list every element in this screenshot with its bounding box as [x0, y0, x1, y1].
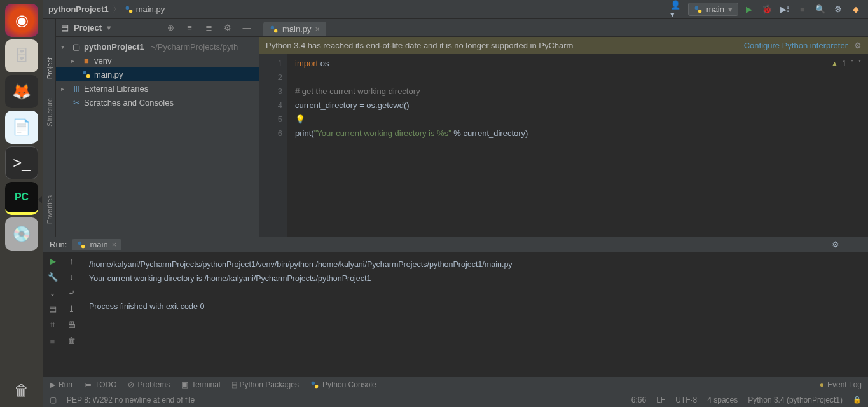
dock-ubuntu-icon[interactable]: ◉ — [5, 4, 38, 37]
svg-rect-6 — [271, 25, 274, 29]
hide-run-icon[interactable]: — — [848, 238, 862, 252]
hide-panel-icon[interactable]: — — [240, 21, 254, 35]
intention-bulb-icon[interactable]: 💡 — [295, 114, 305, 124]
sidebar-tab-favorites[interactable]: Favorites — [46, 195, 53, 224]
line-number: 3 — [259, 85, 282, 99]
pin-icon[interactable]: ⌗ — [50, 320, 55, 330]
run-console-output[interactable]: /home/kalyani/PycharmProjects/pythonProj… — [81, 252, 868, 376]
problems-icon: ⊘ — [128, 380, 134, 389]
coverage-button[interactable]: ▶⁞ — [778, 3, 792, 17]
tool-label: Python Console — [322, 380, 376, 389]
settings-gear-icon[interactable]: ⚙ — [831, 3, 845, 17]
banner-message: Python 3.4 has reached its end-of-life d… — [266, 41, 573, 50]
lock-icon[interactable]: 🔒 — [853, 396, 862, 404]
tool-event-log[interactable]: ●Event Log — [820, 380, 862, 389]
print-icon[interactable]: 🖶 — [67, 320, 76, 329]
trash-output-icon[interactable]: 🗑 — [67, 336, 76, 345]
tree-item-external-libs[interactable]: ▸ ⫼ External Libraries — [56, 81, 259, 95]
code-line: current_directory = os.getcwd() — [295, 100, 410, 110]
indent-setting[interactable]: 4 spaces — [707, 396, 738, 404]
run-tab[interactable]: main × — [72, 239, 121, 250]
tool-run[interactable]: ▶Run — [50, 380, 72, 389]
add-user-icon[interactable]: 👤▾ — [670, 3, 684, 17]
ide-toolbox-icon[interactable]: ◆ — [849, 3, 863, 17]
next-highlight-icon[interactable]: ˅ — [858, 57, 862, 71]
down-icon[interactable]: ⇓ — [49, 288, 56, 298]
configure-interpreter-link[interactable]: Configure Python interpreter — [744, 41, 848, 50]
layout-icon[interactable]: ▤ — [49, 304, 57, 314]
dock-trash-icon[interactable]: 🗑 — [5, 374, 38, 407]
breadcrumb-separator-icon: 〉 — [113, 4, 121, 15]
svg-rect-3 — [698, 10, 701, 13]
tool-python-packages[interactable]: ⌸Python Packages — [232, 380, 299, 389]
code-comment: # get the current working directory — [295, 86, 420, 96]
wrench-icon[interactable]: 🔧 — [48, 272, 58, 282]
tool-terminal[interactable]: ▣Terminal — [181, 380, 220, 389]
tool-label: Event Log — [827, 380, 862, 389]
sidebar-tab-structure[interactable]: Structure — [46, 98, 53, 127]
scroll-end-icon[interactable]: ⤓ — [68, 304, 75, 314]
scrollbar-horizontal[interactable] — [56, 230, 259, 237]
locate-icon[interactable]: ⊕ — [163, 21, 177, 35]
search-everywhere-icon[interactable]: 🔍 — [813, 3, 827, 17]
inspection-widget[interactable]: ▲ 1 ˄ ˅ — [830, 57, 862, 71]
dock-files-icon[interactable]: 🗄 — [5, 39, 38, 72]
tool-label: Terminal — [191, 380, 220, 389]
editor-tab-label: main.py — [282, 24, 312, 34]
down-stack-icon[interactable]: ↓ — [69, 272, 74, 282]
dock-disk-icon[interactable]: 💿 — [5, 217, 38, 251]
code-content[interactable]: import os # get the current working dire… — [287, 54, 868, 237]
caret-position[interactable]: 6:66 — [631, 396, 646, 404]
sidebar-tab-project[interactable]: Project — [46, 57, 53, 79]
rerun-icon[interactable]: ▶ — [50, 256, 56, 266]
tree-item-venv[interactable]: ▸ ■ venv — [56, 53, 259, 67]
run-settings-icon[interactable]: ⚙ — [829, 238, 843, 252]
editor-gutter: 1 2 3 4 5 6 — [259, 54, 287, 237]
run-config-dropdown[interactable]: main ▾ — [688, 3, 738, 16]
prev-highlight-icon[interactable]: ˄ — [850, 57, 854, 71]
dock-pycharm-icon[interactable]: PC — [5, 182, 38, 215]
expand-arrow-icon[interactable]: ▸ — [71, 57, 79, 64]
dock-terminal-icon[interactable]: >_ — [5, 146, 38, 179]
panel-settings-icon[interactable]: ⚙ — [221, 21, 235, 35]
tree-root[interactable]: ▾ ▢ pythonProject1 ~/PycharmProjects/pyt… — [56, 39, 259, 53]
dock-writer-icon[interactable]: 📄 — [5, 111, 38, 144]
debug-button[interactable]: 🐞 — [760, 3, 774, 17]
close-tab-icon[interactable]: × — [112, 240, 117, 249]
stop-button[interactable]: ■ — [796, 3, 809, 17]
project-tree[interactable]: ▾ ▢ pythonProject1 ~/PycharmProjects/pyt… — [56, 37, 259, 230]
banner-settings-icon[interactable]: ⚙ — [854, 41, 862, 50]
svg-rect-4 — [83, 71, 86, 74]
chevron-down-icon[interactable]: ▾ — [107, 23, 111, 32]
svg-rect-9 — [81, 245, 85, 248]
up-stack-icon[interactable]: ↑ — [69, 256, 74, 266]
interpreter-status[interactable]: Python 3.4 (pythonProject1) — [748, 396, 843, 404]
breadcrumb-file[interactable]: main.py — [125, 4, 165, 14]
breadcrumb-project[interactable]: pythonProject1 — [48, 4, 109, 14]
tree-item-label: main.py — [94, 70, 123, 79]
expand-all-icon[interactable]: ≡ — [183, 21, 196, 35]
os-dock: ◉ 🗄 🦊 📄 >_ PC 💿 🗑 — [0, 0, 43, 407]
tool-todo[interactable]: ≔TODO — [84, 380, 116, 389]
terminal-icon: ▣ — [181, 380, 188, 389]
collapse-arrow-icon[interactable]: ▾ — [61, 43, 69, 50]
line-separator[interactable]: LF — [656, 396, 665, 404]
file-encoding[interactable]: UTF-8 — [675, 396, 697, 404]
expand-arrow-icon[interactable]: ▸ — [61, 85, 69, 92]
soft-wrap-icon[interactable]: ⤶ — [68, 288, 75, 298]
run-tab-label: main — [90, 240, 107, 249]
dock-firefox-icon[interactable]: 🦊 — [5, 75, 38, 108]
tool-python-console[interactable]: Python Console — [310, 380, 376, 389]
editor-tab-main[interactable]: main.py × — [263, 22, 326, 36]
tree-item-main[interactable]: main.py — [56, 67, 259, 81]
project-panel-title[interactable]: Project — [74, 23, 102, 32]
tool-windows-icon[interactable]: ▢ — [50, 396, 57, 404]
run-button[interactable]: ▶ — [742, 3, 756, 17]
close-tab-icon[interactable]: × — [315, 24, 320, 34]
svg-rect-7 — [274, 29, 277, 32]
stop-run-icon[interactable]: ■ — [50, 336, 55, 346]
collapse-all-icon[interactable]: ≣ — [202, 21, 216, 35]
tree-item-scratches[interactable]: ✂ Scratches and Consoles — [56, 95, 259, 109]
tool-problems[interactable]: ⊘Problems — [128, 380, 170, 389]
code-editor[interactable]: 1 2 3 4 5 6 import os # get the current … — [259, 54, 868, 237]
